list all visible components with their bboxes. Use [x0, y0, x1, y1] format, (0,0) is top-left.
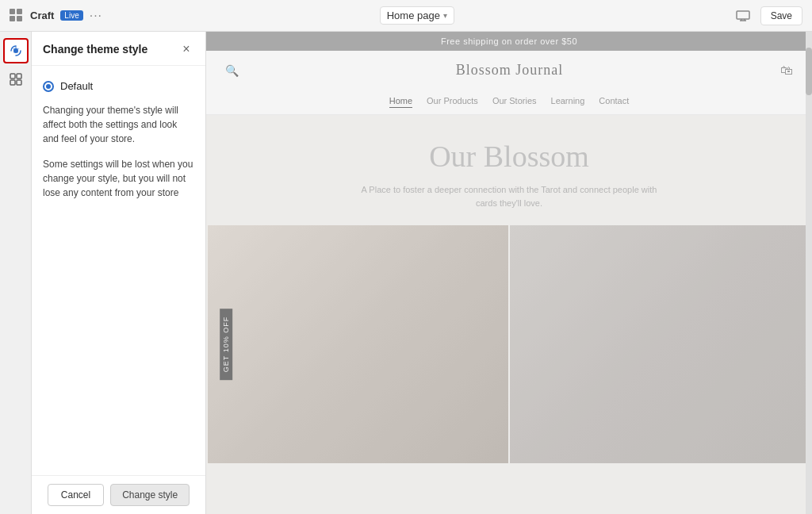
nav-stories: Our Stories: [492, 96, 537, 108]
site-nav: Home Our Products Our Stories Learning C…: [206, 90, 812, 115]
scrollbar-thumb[interactable]: [806, 48, 812, 95]
radio-selected-indicator: [46, 84, 51, 89]
panel-title: Change theme style: [43, 43, 147, 56]
panel-footer: Cancel Change style: [32, 475, 205, 514]
change-theme-panel: Change theme style × Default Changing yo…: [32, 32, 206, 514]
panel-body: Default Changing your theme's style will…: [32, 66, 205, 475]
panel-close-button[interactable]: ×: [178, 41, 194, 57]
left-sidebar: [0, 32, 32, 514]
cart-icon: 🛍: [780, 63, 793, 78]
top-bar-right: Save: [732, 5, 802, 27]
default-style-option[interactable]: Default: [43, 75, 194, 97]
change-style-button[interactable]: Change style: [110, 484, 190, 506]
description-text-1: Changing your theme's style will affect …: [43, 103, 194, 146]
hero-subtitle: A Place to foster a deeper connection wi…: [358, 183, 660, 209]
svg-rect-6: [17, 74, 21, 79]
site-banner: Free shipping on order over $50: [206, 32, 812, 51]
top-bar-center: Home page ▾: [109, 6, 726, 25]
site-images: GET 10% OFF: [206, 225, 812, 463]
more-options-icon[interactable]: ···: [90, 9, 102, 23]
scrollbar[interactable]: [806, 32, 812, 514]
desktop-preview-icon[interactable]: [732, 5, 754, 27]
panel-header: Change theme style ×: [32, 32, 205, 66]
radio-button[interactable]: [43, 81, 54, 92]
save-button[interactable]: Save: [760, 6, 802, 25]
page-selector[interactable]: Home page ▾: [380, 6, 454, 25]
nav-home: Home: [389, 96, 412, 108]
style-option-label: Default: [60, 80, 93, 92]
site-hero: Our Blossom A Place to foster a deeper c…: [206, 115, 812, 225]
grid-menu-icon[interactable]: [10, 9, 24, 23]
product-image-left: GET 10% OFF: [208, 225, 508, 463]
theme-style-icon[interactable]: [3, 38, 29, 63]
page-selector-label: Home page: [387, 10, 440, 21]
svg-rect-8: [17, 80, 21, 85]
main-area: Change theme style × Default Changing yo…: [0, 32, 812, 514]
svg-rect-0: [737, 11, 749, 19]
promo-banner: GET 10% OFF: [220, 309, 232, 380]
svg-rect-7: [10, 80, 15, 85]
description-text-2: Some settings will be lost when you chan…: [43, 157, 194, 200]
nav-learning: Learning: [551, 96, 585, 108]
site-logo: Blossom Journal: [456, 62, 564, 79]
product-image-right: [510, 225, 810, 463]
sections-icon[interactable]: [3, 67, 29, 92]
nav-products: Our Products: [427, 96, 478, 108]
brand-name: Craft: [30, 10, 54, 21]
svg-rect-5: [10, 74, 15, 79]
search-icon: 🔍: [225, 64, 239, 77]
nav-contact: Contact: [599, 96, 629, 108]
preview-area: Free shipping on order over $50 🔍 Blosso…: [206, 32, 812, 514]
live-badge: Live: [60, 10, 82, 21]
website-preview: Free shipping on order over $50 🔍 Blosso…: [206, 32, 812, 514]
cancel-button[interactable]: Cancel: [48, 484, 104, 506]
chevron-down-icon: ▾: [443, 11, 447, 20]
site-header: 🔍 Blossom Journal 🛍: [206, 51, 812, 90]
top-bar: Craft Live ··· Home page ▾ Save: [0, 0, 812, 32]
hero-title: Our Blossom: [222, 139, 796, 174]
top-bar-left: Craft Live ···: [10, 9, 102, 23]
